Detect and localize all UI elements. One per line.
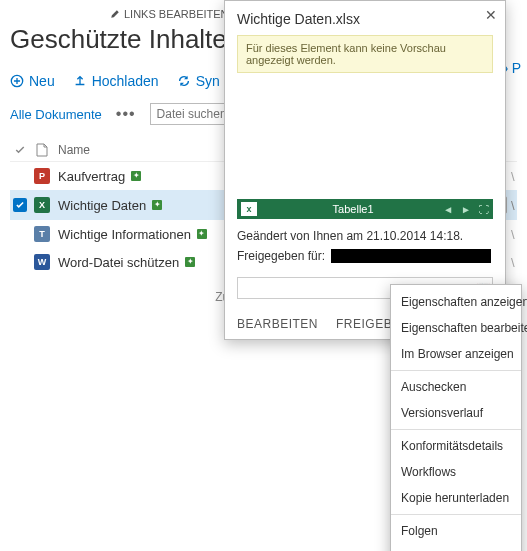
file-name[interactable]: Word-Datei schützen: [58, 255, 179, 270]
menu-separator: [391, 514, 521, 515]
menu-item[interactable]: Kopie herunterladen: [391, 485, 521, 511]
upload-label: Hochladen: [92, 73, 159, 89]
menu-separator: [391, 429, 521, 430]
menu-item[interactable]: Workflows: [391, 459, 521, 485]
preview-body: [237, 79, 493, 199]
txt-file-icon: T: [30, 226, 54, 242]
panel-title: Wichtige Daten.xlsx: [237, 11, 493, 27]
new-badge: ✦: [197, 229, 207, 239]
new-badge: ✦: [131, 171, 141, 181]
row-extra: \: [511, 169, 517, 184]
recycle-label: P: [512, 60, 521, 76]
menu-item[interactable]: Versionsverlauf: [391, 400, 521, 426]
row-extra: \: [511, 255, 517, 270]
new-badge: ✦: [152, 200, 162, 210]
sheet-next-icon[interactable]: ►: [461, 204, 471, 215]
menu-item[interactable]: Freigegeben für: [391, 544, 521, 551]
row-checkbox[interactable]: [10, 198, 30, 212]
check-icon: [13, 198, 27, 212]
menu-separator: [391, 370, 521, 371]
modified-info: Geändert von Ihnen am 21.10.2014 14:18.: [237, 229, 493, 243]
plus-circle-icon: [10, 74, 24, 88]
context-menu: Eigenschaften anzeigenEigenschaften bear…: [390, 284, 522, 551]
sheet-tab[interactable]: Tabelle1: [263, 203, 443, 215]
upload-icon: [73, 74, 87, 88]
edit-links-label: LINKS BEARBEITEN: [124, 8, 229, 20]
menu-item[interactable]: Auschecken: [391, 374, 521, 400]
menu-item[interactable]: Eigenschaften anzeigen: [391, 289, 521, 315]
upload-button[interactable]: Hochladen: [73, 73, 159, 89]
shared-label: Freigegeben für:: [237, 249, 325, 263]
check-icon: [14, 144, 26, 156]
pdf-file-icon: P: [30, 168, 54, 184]
sheet-expand-icon[interactable]: ⛶: [479, 204, 489, 215]
menu-item[interactable]: Im Browser anzeigen: [391, 341, 521, 367]
row-extra: \: [511, 198, 517, 213]
pencil-icon: [110, 9, 120, 19]
row-extra: \: [511, 227, 517, 242]
file-name[interactable]: Kaufvertrag: [58, 169, 125, 184]
close-icon[interactable]: ✕: [485, 7, 497, 23]
menu-item[interactable]: Folgen: [391, 518, 521, 544]
xls-file-icon: X: [30, 197, 54, 213]
menu-item[interactable]: Konformitätsdetails: [391, 433, 521, 459]
new-button[interactable]: Neu: [10, 73, 55, 89]
edit-action[interactable]: BEARBEITEN: [237, 317, 318, 331]
file-name[interactable]: Wichtige Informationen: [58, 227, 191, 242]
no-preview-message: Für dieses Element kann keine Vorschau a…: [237, 35, 493, 73]
excel-icon: x: [241, 202, 257, 216]
new-label: Neu: [29, 73, 55, 89]
file-name[interactable]: Wichtige Daten: [58, 198, 146, 213]
sync-icon: [177, 74, 191, 88]
shared-value-redacted: [331, 249, 491, 263]
sheet-prev-icon[interactable]: ◄: [443, 204, 453, 215]
sync-label: Syn: [196, 73, 220, 89]
all-documents-link[interactable]: Alle Dokumente: [10, 107, 102, 122]
view-more-icon[interactable]: •••: [114, 106, 138, 122]
doc-file-icon: W: [30, 254, 54, 270]
select-all-checkbox[interactable]: [10, 144, 30, 156]
menu-item[interactable]: Eigenschaften bearbeiten: [391, 315, 521, 341]
sync-button[interactable]: Syn: [177, 73, 220, 89]
shared-with: Freigegeben für:: [237, 249, 493, 263]
new-badge: ✦: [185, 257, 195, 267]
file-type-header-icon: [30, 143, 54, 157]
sheet-bar: x Tabelle1 ◄ ► ⛶: [237, 199, 493, 219]
